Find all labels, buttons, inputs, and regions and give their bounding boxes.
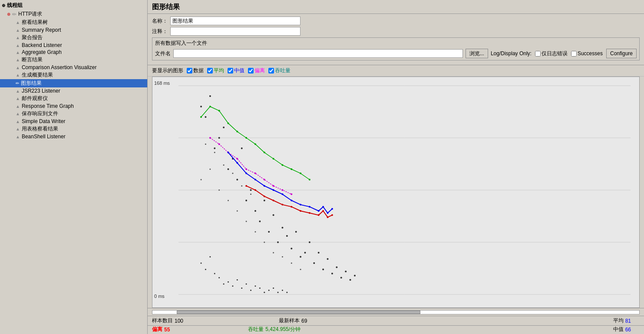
- y-axis-min-label: 0 ms: [154, 294, 165, 299]
- sample-count-item: 样本数目 100: [152, 317, 183, 324]
- sidebar-item-view-results-table[interactable]: ▲ 用表格察看结果: [0, 125, 147, 133]
- sidebar-item-response-time-graph[interactable]: ▲ Response Time Graph: [0, 103, 147, 110]
- latest-sample-label: 最新样本: [279, 317, 300, 324]
- tree-icon-11: ▲: [16, 104, 20, 109]
- main-panel: 图形结果 名称： 注释： 所有数据写入一个文件 文件名 浏览... Log/Di…: [148, 0, 644, 334]
- throughput-label: 吞吐量: [248, 326, 264, 333]
- sidebar-section-thread-group[interactable]: ⊕ 线程组: [0, 1, 147, 10]
- check-throughput-label[interactable]: 吞吐量: [268, 67, 291, 74]
- tree-icon-10: ▲: [16, 96, 20, 101]
- deviation-label: 偏离: [152, 326, 162, 333]
- http-item-icon: ✏: [12, 11, 17, 17]
- avg-item: 平均 81: [613, 317, 631, 324]
- scroll-thumb[interactable]: [177, 311, 420, 314]
- scroll-track[interactable]: [152, 310, 640, 314]
- log-display-row: Log/Display Only: 仅日志错误 Successes Config…: [491, 49, 637, 58]
- sidebar-item-summary-report[interactable]: ▲ Summary Report: [0, 27, 147, 33]
- successes-checkbox[interactable]: Successes: [571, 50, 603, 57]
- sidebar-item-summary-results[interactable]: ▲ 生成概要结果: [0, 71, 147, 79]
- avg-label: 平均: [613, 317, 624, 324]
- form-area: 名称： 注释： 所有数据写入一个文件 文件名 浏览... Log/Display…: [148, 14, 644, 65]
- note-row: 注释：: [152, 27, 640, 36]
- file-input[interactable]: [173, 49, 463, 58]
- check-data-input[interactable]: [187, 68, 192, 73]
- y-axis-max-label: 168 ms: [154, 80, 170, 86]
- sidebar-item-mail-observer[interactable]: ▲ 邮件观察仪: [0, 94, 147, 103]
- tree-icon-12: ▲: [16, 111, 20, 116]
- median-label: 中值: [613, 326, 624, 333]
- sidebar-item-aggregate-report[interactable]: ▲ 聚合报告: [0, 33, 147, 42]
- sidebar-item-http-requests[interactable]: ⊕ ✏ HTTP请求: [0, 10, 147, 18]
- throughput-value: 5,424.955/分钟: [265, 326, 301, 333]
- sidebar-item-aggregate-tree[interactable]: ▲ 察看结果树: [0, 18, 147, 27]
- check-deviation-label[interactable]: 偏离: [248, 67, 265, 74]
- successes-input[interactable]: [571, 51, 577, 57]
- thread-group-label: 线程组: [7, 2, 23, 9]
- file-label: 文件名: [155, 50, 171, 57]
- file-row: 文件名 浏览... Log/Display Only: 仅日志错误 Succes…: [155, 49, 637, 58]
- name-input[interactable]: [170, 17, 301, 25]
- name-label: 名称：: [152, 17, 168, 25]
- tree-icon-1: ▲: [16, 28, 20, 33]
- tree-icon-6: ▲: [16, 65, 20, 70]
- sidebar-item-comparison-assertion[interactable]: ▲ Comparison Assertion Visualizer: [0, 64, 147, 71]
- sidebar-item-simple-data-writer[interactable]: ▲ Simple Data Writer: [0, 118, 147, 125]
- tree-icon-2: ▲: [16, 35, 20, 40]
- sample-count-label: 样本数目: [152, 317, 173, 324]
- tree-icon-0: ▲: [16, 20, 20, 25]
- latest-sample-item: 最新样本 69: [279, 317, 307, 324]
- sidebar-item-aggregate-graph[interactable]: ▲ Aggregate Graph: [0, 49, 147, 56]
- check-median-label[interactable]: 中值: [228, 67, 244, 74]
- chart-canvas: [152, 77, 639, 307]
- check-median-input[interactable]: [228, 68, 233, 73]
- check-data-label[interactable]: 数据: [187, 67, 204, 74]
- check-avg-label[interactable]: 平均: [207, 67, 224, 74]
- status-right: 平均 81: [613, 317, 640, 324]
- tree-icon-4: ▲: [16, 50, 20, 55]
- check-deviation-input[interactable]: [248, 68, 254, 73]
- tree-icon-5: ▲: [16, 57, 20, 62]
- median-item: 中值 66: [613, 326, 631, 333]
- note-input[interactable]: [170, 27, 301, 36]
- deviation-value: 55: [164, 327, 170, 333]
- sidebar-item-backend-listener[interactable]: ▲ Backend Listener: [0, 42, 147, 49]
- note-label: 注释：: [152, 28, 168, 35]
- check-throughput-input[interactable]: [268, 68, 274, 73]
- browse-button[interactable]: 浏览...: [466, 49, 488, 58]
- throughput-item: 吞吐量 5,424.955/分钟: [248, 326, 301, 333]
- configure-button[interactable]: Configure: [606, 49, 637, 58]
- scroll-area: [148, 308, 644, 316]
- thread-group-expand-icon: ⊕: [2, 3, 5, 8]
- only-log-errors-checkbox[interactable]: 仅日志错误: [535, 50, 568, 57]
- sidebar-item-beanshell-listener[interactable]: ▲ BeanShell Listener: [0, 133, 147, 140]
- median-value: 66: [625, 327, 631, 333]
- tree-icon-14: ▲: [16, 127, 20, 131]
- tree-icon-9: ▲: [16, 89, 20, 94]
- avg-value: 81: [625, 318, 631, 324]
- sidebar-item-assertion-results[interactable]: ▲ 断言结果: [0, 56, 147, 64]
- tree-icon-15: ▲: [16, 134, 20, 139]
- panel-title: 图形结果: [148, 0, 644, 14]
- http-expand-icon: ⊕: [7, 12, 10, 17]
- latest-sample-value: 69: [301, 318, 307, 324]
- check-avg-input[interactable]: [207, 68, 213, 73]
- chart-container: 168 ms 0 ms: [152, 77, 640, 308]
- deviation-item: 偏离 55: [152, 326, 170, 333]
- name-row: 名称：: [152, 17, 640, 25]
- log-display-label: Log/Display Only:: [491, 50, 532, 57]
- sidebar-item-save-response[interactable]: ▲ 保存响应到文件: [0, 110, 147, 118]
- tree-icon-7: ▲: [16, 73, 20, 77]
- file-section-title: 所有数据写入一个文件: [155, 40, 637, 47]
- sample-count-value: 100: [175, 318, 183, 324]
- status-bar: 样本数目 100 最新样本 69 平均 81: [148, 316, 644, 325]
- tree-icon-8: ✏: [16, 81, 19, 86]
- chart-options: 要显示的图形 数据 平均 中值 偏离 吞吐量: [148, 65, 644, 77]
- sidebar-item-jsr223[interactable]: ▲ JSR223 Listener: [0, 87, 147, 94]
- sidebar: ⊕ 线程组 ⊕ ✏ HTTP请求 ▲ 察看结果树 ▲ Summary Repor…: [0, 0, 148, 334]
- sidebar-item-graph-results[interactable]: ✏ 图形结果: [0, 79, 147, 87]
- only-log-errors-input[interactable]: [535, 51, 541, 57]
- chart-options-label: 要显示的图形: [152, 67, 183, 74]
- tree-icon-13: ▲: [16, 119, 20, 124]
- status-bar-2: 偏离 55 吞吐量 5,424.955/分钟 中值 66: [148, 325, 644, 334]
- file-section: 所有数据写入一个文件 文件名 浏览... Log/Display Only: 仅…: [152, 37, 640, 60]
